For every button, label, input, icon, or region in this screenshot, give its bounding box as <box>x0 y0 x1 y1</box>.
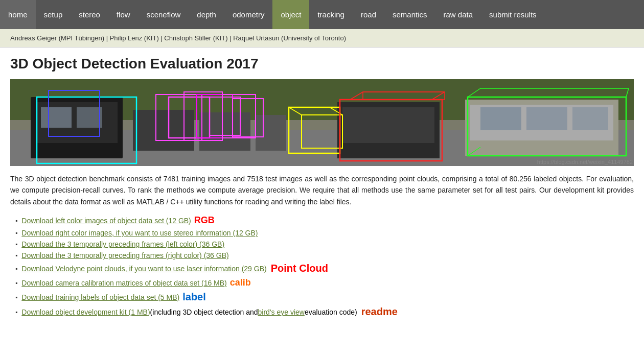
svg-rect-9 <box>133 110 194 151</box>
svg-rect-18 <box>572 107 608 130</box>
download-suffix: (including 3D object detection and <box>150 308 258 316</box>
list-item: Download camera calibration matrices of … <box>15 276 634 290</box>
svg-rect-17 <box>526 107 567 130</box>
nav-odometry[interactable]: odometry <box>224 0 273 29</box>
list-item: Download training labels of object data … <box>15 290 634 304</box>
rgb-badge: RGB <box>194 215 215 226</box>
list-item: Download the 3 temporally preceding fram… <box>15 239 634 250</box>
svg-rect-16 <box>480 107 521 130</box>
download-link-2[interactable]: Download right color images, if you want… <box>21 229 258 237</box>
nav-rawdata[interactable]: raw data <box>435 0 481 29</box>
download-link-3[interactable]: Download the 3 temporally preceding fram… <box>21 240 224 248</box>
list-item: Download Velodyne point clouds, if you w… <box>15 261 634 276</box>
authors-text: Andreas Geiger (MPI Tübingen) | Philip L… <box>10 34 346 42</box>
nav-flow[interactable]: flow <box>108 0 139 29</box>
nav-setup[interactable]: setup <box>36 0 71 29</box>
download-link-1[interactable]: Download left color images of object dat… <box>21 217 191 225</box>
download-link-4[interactable]: Download the 3 temporally preceding fram… <box>21 251 228 259</box>
nav-stereo[interactable]: stereo <box>71 0 108 29</box>
nav-submitresults[interactable]: submit results <box>481 0 545 29</box>
svg-rect-8 <box>77 107 102 128</box>
nav-road[interactable]: road <box>353 0 384 29</box>
download-link-5[interactable]: Download Velodyne point clouds, if you w… <box>21 265 266 273</box>
download-suffix2: evaluation code) <box>305 308 357 316</box>
calib-badge: calib <box>230 277 251 288</box>
nav-depth[interactable]: depth <box>189 0 224 29</box>
nav-semantics[interactable]: semantics <box>384 0 435 29</box>
main-content: 3D Object Detection Evaluation 2017 <box>0 48 644 327</box>
nav-tracking[interactable]: tracking <box>309 0 353 29</box>
detection-image: https://blog.csdn.net/weixin_41149782 <box>10 79 634 166</box>
svg-rect-11 <box>256 115 286 151</box>
download-link-6[interactable]: Download camera calibration matrices of … <box>21 279 227 287</box>
svg-rect-7 <box>41 107 72 128</box>
svg-rect-13 <box>342 107 434 143</box>
page-title: 3D Object Detection Evaluation 2017 <box>10 56 634 72</box>
main-navigation: home setup stereo flow sceneflow depth o… <box>0 0 644 29</box>
nav-home[interactable]: home <box>0 0 36 29</box>
download-link-8[interactable]: Download object development kit (1 MB) <box>21 308 150 316</box>
list-item: Download object development kit (1 MB) (… <box>15 304 634 319</box>
list-item: Download right color images, if you want… <box>15 227 634 239</box>
blog-url: https://blog.csdn.net/weixin_41149782 <box>537 159 633 165</box>
authors-bar: Andreas Geiger (MPI Tübingen) | Philip L… <box>0 29 644 48</box>
pointcloud-badge: Point Cloud <box>271 263 328 274</box>
readme-badge: readme <box>361 306 398 318</box>
label-badge: label <box>182 291 206 303</box>
birds-eye-link[interactable]: bird's eye view <box>258 308 305 316</box>
download-link-7[interactable]: Download training labels of object data … <box>21 293 179 301</box>
list-item: Download the 3 temporally preceding fram… <box>15 250 634 261</box>
download-list: Download left color images of object dat… <box>10 214 634 319</box>
nav-object[interactable]: object <box>272 0 309 29</box>
svg-rect-10 <box>199 112 250 151</box>
nav-sceneflow[interactable]: sceneflow <box>139 0 189 29</box>
list-item: Download left color images of object dat… <box>15 214 634 227</box>
description-text: The 3D object detection benchmark consis… <box>10 173 634 207</box>
